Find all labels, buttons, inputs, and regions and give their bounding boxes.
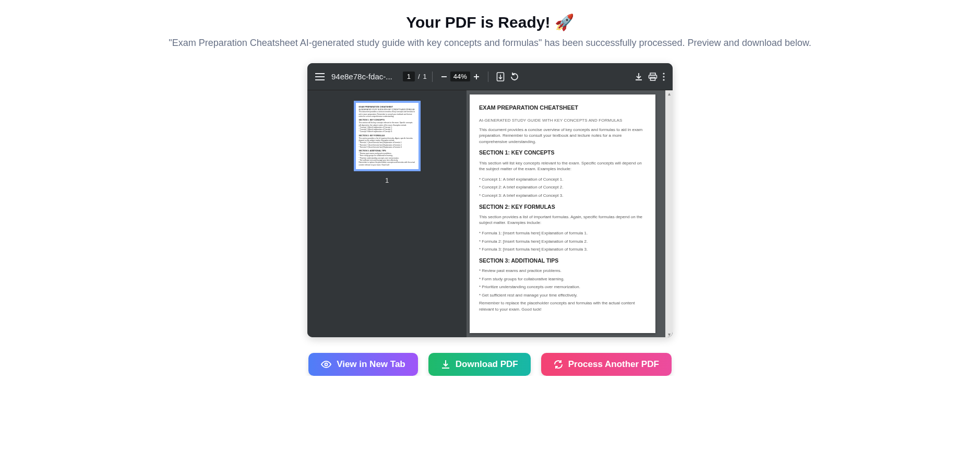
eye-icon [321, 360, 331, 369]
scrollbar[interactable]: ▴ ▾ [665, 90, 673, 337]
section-2-heading: SECTION 2: KEY FORMULAS [479, 203, 646, 211]
list-item: * Review past exams and practice problem… [479, 268, 646, 274]
thumbnail-panel: EXAM PREPARATION CHEATSHEET AI-GENERATED… [307, 90, 467, 337]
fit-page-icon[interactable] [496, 72, 505, 81]
page-thumbnail[interactable]: EXAM PREPARATION CHEATSHEET AI-GENERATED… [354, 101, 421, 171]
more-icon[interactable] [663, 73, 665, 81]
page-separator: / [418, 73, 420, 80]
pdf-toolbar: 94e8e78c-fdac-... 1 / 1 44% [307, 63, 673, 90]
list-item: * Formula 3: [Insert formula here] Expla… [479, 246, 646, 253]
zoom-in-icon[interactable] [473, 73, 480, 80]
refresh-icon [554, 360, 563, 369]
pdf-filename: 94e8e78c-fdac-... [331, 72, 392, 81]
list-item: * Concept 3: A brief explanation of Conc… [479, 193, 646, 199]
page-total: 1 [423, 73, 427, 80]
pdf-viewer: 94e8e78c-fdac-... 1 / 1 44% [307, 63, 673, 337]
list-item: * Get sufficient rest and manage your ti… [479, 292, 646, 299]
list-item: * Concept 1: A brief explanation of Conc… [479, 176, 646, 183]
zoom-out-icon[interactable] [440, 73, 448, 80]
list-item: * Prioritize understanding concepts over… [479, 284, 646, 290]
rotate-icon[interactable] [510, 72, 519, 81]
list-item: * Formula 2: [Insert formula here] Expla… [479, 239, 646, 245]
svg-point-7 [325, 363, 328, 366]
scroll-down-icon[interactable]: ▾ [666, 331, 672, 337]
pdf-page: EXAM PREPARATION CHEATSHEET AI-GENERATED… [470, 94, 655, 333]
svg-point-4 [663, 73, 664, 74]
doc-intro: This document provides a concise overvie… [479, 127, 646, 145]
thumbnail-page-number: 1 [385, 176, 389, 184]
menu-icon[interactable] [315, 73, 325, 80]
svg-point-5 [663, 76, 664, 77]
zoom-level[interactable]: 44% [450, 72, 470, 81]
toolbar-divider [488, 72, 488, 82]
svg-point-6 [663, 79, 664, 80]
scroll-up-icon[interactable]: ▴ [666, 91, 672, 96]
doc-subtitle: AI-GENERATED STUDY GUIDE WITH KEY CONCEP… [479, 117, 646, 124]
view-in-new-tab-button[interactable]: View in New Tab [308, 353, 418, 376]
section-1-heading: SECTION 1: KEY CONCEPTS [479, 149, 646, 157]
section-2-intro: This section provides a list of importan… [479, 214, 646, 226]
section-3-heading: SECTION 3: ADDITIONAL TIPS [479, 257, 646, 265]
page-panel[interactable]: EXAM PREPARATION CHEATSHEET AI-GENERATED… [467, 90, 673, 337]
button-label: View in New Tab [337, 359, 405, 370]
toolbar-divider [432, 72, 433, 82]
button-label: Process Another PDF [568, 359, 659, 370]
action-bar: View in New Tab Download PDF Process Ano… [308, 353, 672, 376]
page-subtitle: "Exam Preparation Cheatsheet AI-generate… [169, 38, 811, 49]
print-icon[interactable] [648, 73, 658, 81]
list-item: * Form study groups for collaborative le… [479, 276, 646, 282]
doc-outro: Remember to replace the placeholder conc… [479, 300, 646, 312]
list-item: * Concept 2: A brief explanation of Conc… [479, 184, 646, 191]
page-title: Your PDF is Ready! 🚀 [406, 13, 574, 31]
download-icon [441, 360, 450, 369]
process-another-pdf-button[interactable]: Process Another PDF [541, 353, 672, 376]
button-label: Download PDF [456, 359, 518, 370]
svg-rect-3 [651, 77, 655, 80]
page-current-input[interactable]: 1 [403, 72, 415, 81]
download-pdf-button[interactable]: Download PDF [428, 353, 531, 376]
list-item: * Formula 1: [Insert formula here] Expla… [479, 230, 646, 236]
section-1-intro: This section will list key concepts rele… [479, 160, 646, 172]
download-icon[interactable] [635, 73, 643, 81]
doc-title: EXAM PREPARATION CHEATSHEET [479, 104, 646, 112]
